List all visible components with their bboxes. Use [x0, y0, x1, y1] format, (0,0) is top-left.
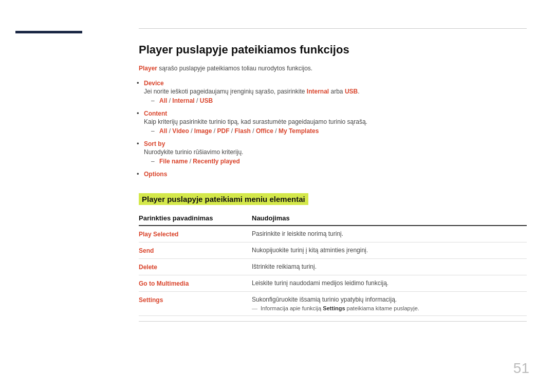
row-name-multimedia: Go to Multimedia: [139, 279, 252, 287]
row-desc-play: Pasirinkite ir leiskite norimą turinį.: [252, 230, 527, 237]
device-title: Device: [144, 80, 164, 87]
row-name-delete: Delete: [139, 263, 252, 271]
table-row: Play Selected Pasirinkite ir leiskite no…: [139, 226, 527, 242]
device-options: All / Internal / USB: [159, 97, 213, 104]
note-dash: —: [252, 305, 259, 311]
intro-highlight: Player: [139, 65, 157, 72]
col-desc-header: Naudojimas: [252, 214, 527, 222]
content-sub-item: All / Video / Image / PDF / Flash / Offi…: [151, 127, 527, 135]
row-name-play: Play Selected: [139, 230, 252, 238]
content-options: All / Video / Image / PDF / Flash / Offi…: [159, 127, 319, 135]
table-row: Delete Ištrinkite reikiamą turinį.: [139, 259, 527, 275]
bullet-list: Device Jei norite ieškoti pageidaujamų į…: [144, 79, 527, 178]
internal-keyword: Internal: [307, 88, 329, 95]
settings-note: — Informacija apie funkciją Settings pat…: [252, 305, 527, 311]
intro-text: Player sąrašo puslapyje pateikiamos toli…: [139, 65, 527, 72]
top-divider: [139, 28, 527, 29]
list-item-sortby: Sort by Nurodykite turinio rūšiavimo kri…: [144, 140, 527, 165]
table-row: Settings Sukonfigūruokite išsamią turini…: [139, 292, 527, 316]
table-section: Parinkties pavadinimas Naudojimas Play S…: [139, 214, 527, 322]
main-content: Player puslapyje pateikiamos funkcijos P…: [118, 0, 555, 392]
sidebar-bar: [15, 31, 82, 33]
sortby-sub-item: File name / Recently played: [151, 158, 527, 165]
content-title: Content: [144, 110, 167, 117]
device-sublist: All / Internal / USB: [151, 97, 527, 104]
table-row: Go to Multimedia Leiskite turinį naudoda…: [139, 275, 527, 292]
intro-body: sąrašo puslapyje pateikiamos toliau nuro…: [157, 65, 312, 72]
sidebar: [0, 0, 118, 392]
table-row: Send Nukopijuokite turinį į kitą atminti…: [139, 242, 527, 259]
list-item-content: Content Kaip kriterijų pasirinkite turin…: [144, 109, 527, 135]
sortby-options: File name / Recently played: [159, 158, 240, 165]
col-name-header: Parinkties pavadinimas: [139, 214, 252, 222]
row-name-send: Send: [139, 247, 252, 254]
content-desc: Kaip kriterijų pasirinkite turinio tipą,…: [144, 118, 527, 125]
row-desc-delete: Ištrinkite reikiamą turinį.: [252, 263, 527, 270]
section2-title: Player puslapyje pateikiami meniu elemen…: [139, 193, 308, 205]
page-title: Player puslapyje pateikiamos funkcijos: [139, 43, 527, 57]
sortby-title: Sort by: [144, 140, 165, 147]
content-sublist: All / Video / Image / PDF / Flash / Offi…: [151, 127, 527, 135]
usb-keyword: USB: [345, 88, 358, 95]
page-container: Player puslapyje pateikiamos funkcijos P…: [0, 0, 555, 392]
row-desc-settings: Sukonfigūruokite išsamią turinio ypatybi…: [252, 296, 527, 311]
options-title: Options: [144, 171, 167, 178]
page-number: 51: [513, 360, 529, 377]
row-desc-send: Nukopijuokite turinį į kitą atminties įr…: [252, 247, 527, 254]
settings-bold: Settings: [323, 305, 345, 311]
table-header: Parinkties pavadinimas Naudojimas: [139, 214, 527, 226]
sortby-desc: Nurodykite turinio rūšiavimo kriterijų.: [144, 148, 527, 156]
device-desc: Jei norite ieškoti pageidaujamų įrengini…: [144, 88, 527, 95]
device-sub-item: All / Internal / USB: [151, 97, 527, 104]
bottom-divider: [139, 321, 527, 322]
sortby-sublist: File name / Recently played: [151, 158, 527, 165]
row-desc-multimedia: Leiskite turinį naudodami medijos leidim…: [252, 279, 527, 287]
list-item-device: Device Jei norite ieškoti pageidaujamų į…: [144, 79, 527, 104]
list-item-options: Options: [144, 170, 527, 178]
row-name-settings: Settings: [139, 296, 252, 304]
